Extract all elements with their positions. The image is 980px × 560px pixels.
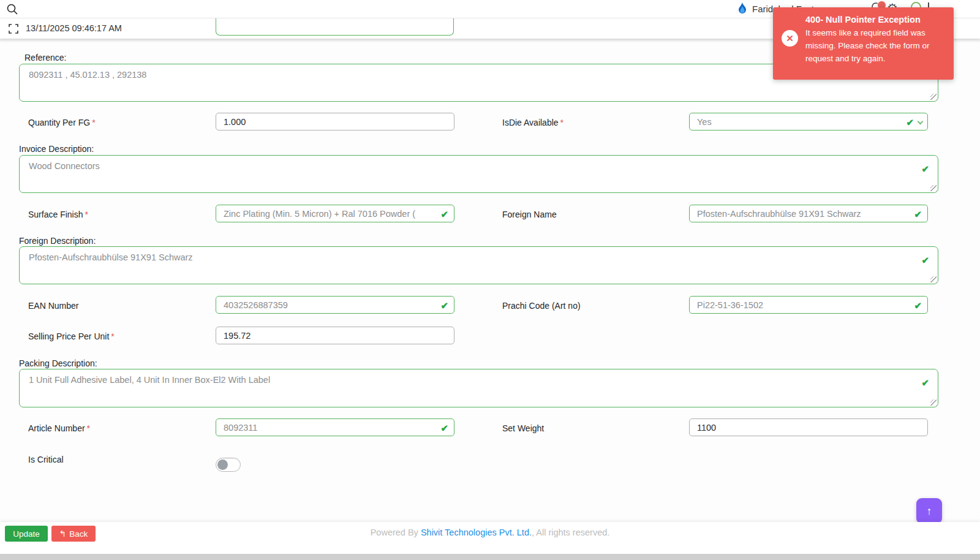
valid-check-icon: ✔: [921, 378, 929, 387]
bottom-strip: [0, 554, 980, 560]
selling-price-input[interactable]: 195.72: [216, 327, 454, 344]
footer-bar: Update ↰ Back Powered By Shivit Technolo…: [0, 522, 980, 554]
current-datetime: 13/11/2025 09:46:17 AM: [26, 23, 122, 33]
foreign-name-label: Foreign Name: [502, 210, 557, 219]
packing-description-textarea[interactable]: 1 Unit Full Adhesive Label, 4 Unit In In…: [19, 369, 938, 407]
resize-handle[interactable]: [930, 399, 937, 406]
valid-check-icon: ✔: [440, 301, 448, 310]
ean-number-input[interactable]: 4032526887359 ✔: [216, 296, 454, 314]
toast-message: It seems like a required field was missi…: [805, 26, 946, 65]
powered-by-text: Powered By Shivit Technologies Pvt. Ltd.…: [0, 528, 980, 537]
is-critical-label: Is Critical: [28, 455, 64, 464]
toast-title: 400- Null Pointer Exception: [805, 15, 946, 25]
quantity-per-fg-input[interactable]: 1.000: [216, 113, 454, 131]
isdie-available-label: IsDie Available*: [502, 118, 564, 127]
set-weight-input[interactable]: 1100: [689, 418, 928, 436]
resize-handle[interactable]: [930, 185, 937, 191]
foreign-name-input[interactable]: Pfosten-Aufschraubhülse 91X91 Schwarz ✔: [689, 205, 928, 222]
valid-check-icon: ✔: [906, 118, 914, 127]
reference-label: Reference:: [24, 53, 66, 62]
packing-description-label: Packing Description:: [19, 358, 97, 368]
chevron-down-icon: [918, 119, 924, 125]
isdie-available-select[interactable]: Yes ✔: [689, 113, 928, 131]
valid-check-icon: ✔: [914, 210, 922, 219]
invoice-description-textarea[interactable]: Wood Connectors ✔: [19, 155, 938, 193]
ean-number-label: EAN Number: [28, 301, 78, 311]
arrow-up-icon: ↑: [927, 505, 932, 518]
valid-check-icon: ✔: [921, 164, 929, 173]
set-weight-label: Set Weight: [502, 423, 544, 433]
surface-finish-input[interactable]: Zinc Plating (Min. 5 Micron) + Ral 7016 …: [216, 205, 454, 222]
flame-icon: [737, 2, 748, 15]
scrolled-field-partial[interactable]: [216, 18, 454, 36]
surface-finish-label: Surface Finish*: [28, 210, 88, 219]
fullscreen-icon[interactable]: [9, 24, 18, 34]
toast-close-icon[interactable]: ✕: [782, 30, 798, 47]
scroll-to-top-button[interactable]: ↑: [916, 498, 942, 524]
is-critical-toggle[interactable]: [216, 458, 241, 472]
article-number-label: Article Number*: [28, 423, 90, 433]
foreign-description-label: Foreign Description:: [19, 236, 96, 246]
foreign-description-textarea[interactable]: Pfosten-Aufschraubhülse 91X91 Schwarz ✔: [19, 246, 938, 284]
prachi-code-input[interactable]: Pi22-51-36-1502 ✔: [689, 296, 928, 314]
valid-check-icon: ✔: [440, 423, 448, 433]
resize-handle[interactable]: [930, 94, 937, 100]
error-toast[interactable]: ✕ 400- Null Pointer Exception It seems l…: [773, 7, 954, 80]
resize-handle[interactable]: [930, 276, 937, 282]
valid-check-icon: ✔: [914, 301, 922, 310]
toggle-knob: [217, 460, 228, 470]
article-number-input[interactable]: 8092311 ✔: [216, 418, 454, 436]
quantity-per-fg-label: Quantity Per FG*: [28, 118, 96, 127]
invoice-description-label: Invoice Description:: [19, 144, 94, 154]
prachi-code-label: Prachi Code (Art no): [502, 301, 581, 311]
shivit-link[interactable]: Shivit Technologies Pvt. Ltd.: [421, 528, 532, 537]
search-icon[interactable]: [6, 3, 18, 15]
selling-price-label: Selling Price Per Unit*: [28, 331, 115, 341]
valid-check-icon: ✔: [440, 210, 448, 219]
valid-check-icon: ✔: [921, 255, 929, 265]
